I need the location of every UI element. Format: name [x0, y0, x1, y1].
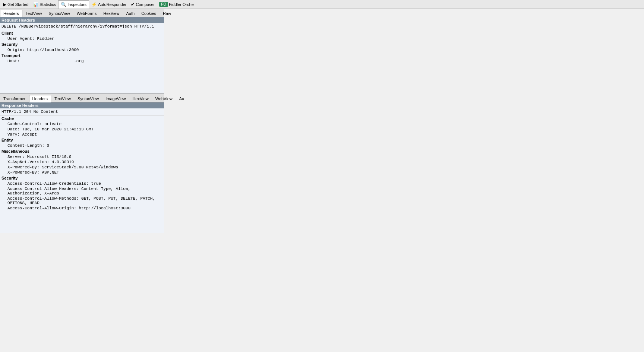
tab-auth-request[interactable]: Auth: [123, 9, 138, 17]
tab-webforms-request[interactable]: WebForms: [73, 9, 100, 17]
header-x-powered-by-asp: X-Powered-By: ASP.NET: [0, 170, 164, 175]
response-headers-section-header: Response Headers: [0, 102, 164, 108]
group-security-response: Security: [0, 175, 164, 181]
statistics-button[interactable]: 📊 Statistics: [31, 0, 58, 9]
header-acao-origin: Access-Control-Allow-Origin: http://loca…: [0, 206, 164, 211]
request-line: DELETE /NDBServiceStack/staff/hierarchy/…: [0, 23, 164, 30]
response-content: Response Headers HTTP/1.1 204 No Content…: [0, 102, 164, 352]
header-x-powered-by-ss: X-Powered-By: ServiceStack/5.80 Net45/Wi…: [0, 165, 164, 170]
header-date: Date: Tue, 10 Mar 2020 21:42:13 GMT: [0, 127, 164, 132]
fiddler-orche-button[interactable]: FO Fiddler Orche: [157, 0, 196, 9]
request-panel: Headers TextView SyntaxView WebForms Hex…: [0, 9, 164, 94]
tab-textview-request[interactable]: TextView: [22, 9, 45, 17]
tab-imageview-response[interactable]: ImageView: [102, 95, 129, 102]
get-started-icon: ▶: [3, 2, 6, 7]
fiddler-orche-badge: FO: [159, 2, 168, 7]
request-content: Request Headers DELETE /NDBServiceStack/…: [0, 17, 164, 93]
header-origin: Origin: http://localhost:3000: [0, 47, 164, 53]
tab-headers-request[interactable]: Headers: [0, 10, 22, 17]
header-server: Server: Microsoft-IIS/10.0: [0, 154, 164, 159]
top-toolbar: ▶ Get Started 📊 Statistics 🔍 Inspectors …: [0, 0, 644, 9]
tab-textview-response[interactable]: TextView: [51, 95, 74, 102]
request-padding: [0, 64, 164, 93]
header-acao-methods: Access-Control-Allow-Methods: GET, POST,…: [0, 196, 164, 206]
group-client: Client: [0, 30, 164, 36]
header-x-aspnet-version: X-AspNet-Version: 4.0.30319: [0, 159, 164, 165]
composer-button[interactable]: ✔ Composer: [129, 0, 157, 9]
request-tab-bar: Headers TextView SyntaxView WebForms Hex…: [0, 9, 164, 17]
tab-webview-response[interactable]: WebView: [152, 95, 176, 102]
header-content-length: Content-Length: 0: [0, 143, 164, 148]
inspectors-icon: 🔍: [61, 2, 66, 7]
response-panel: Transformer Headers TextView SyntaxView …: [0, 94, 164, 352]
autoresponder-button[interactable]: ⚡ AutoResponder: [89, 0, 129, 9]
group-miscellaneous: Miscellaneous: [0, 148, 164, 154]
tab-raw-request[interactable]: Raw: [160, 9, 174, 17]
composer-icon: ✔: [131, 2, 135, 7]
tab-hexview-response[interactable]: HexView: [129, 95, 152, 102]
header-acao-headers: Access-Control-Allow-Headers: Content-Ty…: [0, 186, 164, 196]
header-vary: Vary: Accept: [0, 132, 164, 137]
autoresponder-icon: ⚡: [91, 2, 97, 7]
inspectors-button[interactable]: 🔍 Inspectors: [58, 0, 89, 9]
header-acao-credentials: Access-Control-Allow-Credentials: true: [0, 181, 164, 186]
main-area: Headers TextView SyntaxView WebForms Hex…: [0, 9, 164, 352]
tab-syntaxview-response[interactable]: SyntaxView: [74, 95, 102, 102]
tab-au-response[interactable]: Au: [176, 95, 187, 102]
group-security-request: Security: [0, 41, 164, 47]
request-headers-section-header: Request Headers: [0, 17, 164, 23]
tab-cookies-request[interactable]: Cookies: [138, 9, 160, 17]
tab-headers-response[interactable]: Headers: [29, 95, 51, 102]
header-host: Host: .org: [0, 58, 164, 64]
tab-hexview-request[interactable]: HexView: [100, 9, 123, 17]
response-tab-bar: Transformer Headers TextView SyntaxView …: [0, 94, 164, 102]
tab-syntaxview-request[interactable]: SyntaxView: [45, 9, 73, 17]
response-padding: [0, 211, 164, 233]
tab-transformer-response[interactable]: Transformer: [0, 95, 29, 102]
group-transport: Transport: [0, 53, 164, 58]
group-cache: Cache: [0, 115, 164, 121]
header-cache-control: Cache-Control: private: [0, 121, 164, 127]
get-started-button[interactable]: ▶ Get Started: [1, 0, 31, 9]
header-user-agent: User-Agent: Fiddler: [0, 36, 164, 41]
statistics-icon: 📊: [33, 2, 38, 7]
response-status-line: HTTP/1.1 204 No Content: [0, 108, 164, 115]
group-entity: Entity: [0, 137, 164, 143]
